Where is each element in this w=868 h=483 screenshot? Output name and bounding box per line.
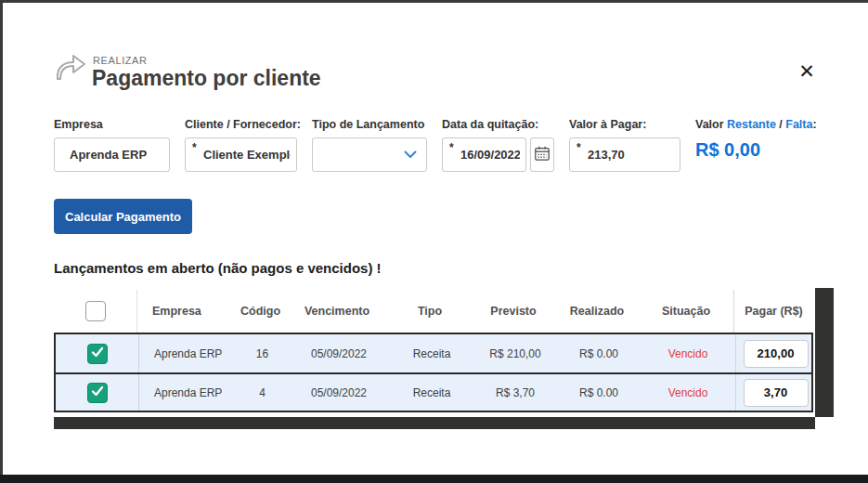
valor-pagar-label: Valor à Pagar: bbox=[569, 118, 680, 131]
empresa-field: Empresa bbox=[54, 118, 170, 172]
tipo-lancamento-field: Tipo de Lançamento bbox=[312, 118, 427, 172]
header-pagar: Pagar (R$) bbox=[733, 290, 813, 333]
header-previsto: Previsto bbox=[472, 290, 555, 333]
pagar-input[interactable] bbox=[744, 379, 809, 407]
header-tipo: Tipo bbox=[388, 290, 472, 333]
table-row: Aprenda ERP 4 05/09/2022 Receita R$ 3,70… bbox=[56, 372, 811, 411]
calcular-pagamento-button[interactable]: Calcular Pagamento bbox=[54, 199, 192, 234]
restante-link[interactable]: Restante bbox=[727, 118, 776, 131]
modal-kicker: REALIZAR bbox=[93, 55, 148, 66]
cell-tipo: Receita bbox=[390, 334, 473, 372]
select-all-checkbox[interactable] bbox=[85, 301, 106, 321]
tipo-lancamento-label: Tipo de Lançamento bbox=[312, 118, 427, 131]
data-quitacao-label: Data da quitação: bbox=[442, 118, 554, 131]
falta-link[interactable]: Falta bbox=[785, 118, 812, 131]
header-empresa: Empresa bbox=[137, 290, 235, 333]
pagamento-modal: REALIZAR Pagamento por cliente ✕ Empresa… bbox=[0, 0, 868, 483]
cell-codigo: 4 bbox=[237, 374, 288, 411]
calendar-icon bbox=[534, 145, 551, 164]
close-button[interactable]: ✕ bbox=[790, 56, 823, 87]
data-quitacao-input[interactable] bbox=[442, 137, 526, 172]
window-border-top bbox=[0, 0, 868, 3]
table-header-row: Empresa Código Vencimento Tipo Previsto … bbox=[54, 290, 813, 333]
horizontal-scrollbar[interactable] bbox=[54, 417, 815, 429]
cliente-fornecedor-label: Cliente / Fornecedor: bbox=[185, 118, 297, 131]
header-situacao: Situação bbox=[639, 290, 733, 333]
cliente-fornecedor-field: Cliente / Fornecedor: * bbox=[185, 118, 297, 172]
window-border-left bbox=[0, 0, 3, 476]
cell-realizado: R$ 0.00 bbox=[557, 334, 641, 372]
section-title: Lançamentos em aberto (não pagos e venci… bbox=[54, 260, 382, 276]
cell-realizado: R$ 0.00 bbox=[557, 374, 641, 411]
data-quitacao-field: Data da quitação: * bbox=[442, 118, 554, 172]
vertical-scrollbar[interactable] bbox=[815, 288, 834, 417]
header-codigo: Código bbox=[235, 290, 286, 333]
required-asterisk: * bbox=[449, 141, 454, 154]
checkmark-icon bbox=[91, 346, 104, 360]
empresa-input[interactable] bbox=[54, 137, 170, 172]
table-body: Aprenda ERP 16 05/09/2022 Receita R$ 210… bbox=[54, 333, 813, 412]
cell-vencimento: 05/09/2022 bbox=[288, 374, 390, 411]
header-vencimento: Vencimento bbox=[286, 290, 388, 333]
cell-previsto: R$ 210,00 bbox=[473, 334, 557, 372]
calendar-button[interactable] bbox=[530, 137, 554, 172]
valor-restante-field: Valor Restante / Falta: R$ 0,00 bbox=[695, 118, 817, 161]
cell-tipo: Receita bbox=[390, 374, 473, 411]
cell-codigo: 16 bbox=[237, 334, 288, 372]
tipo-lancamento-select[interactable] bbox=[312, 137, 427, 172]
pagar-input[interactable] bbox=[744, 340, 809, 368]
valor-pagar-input[interactable] bbox=[569, 137, 680, 172]
cell-situacao: Vencido bbox=[641, 334, 735, 372]
valor-restante-label: Valor Restante / Falta: bbox=[695, 118, 817, 131]
cell-empresa: Aprenda ERP bbox=[139, 374, 237, 411]
row-checkbox[interactable] bbox=[87, 344, 108, 364]
page-title: Pagamento por cliente bbox=[92, 66, 321, 91]
payment-form: Empresa Cliente / Fornecedor: * Tipo de … bbox=[54, 118, 817, 172]
row-checkbox[interactable] bbox=[87, 383, 108, 403]
close-icon: ✕ bbox=[798, 60, 815, 83]
checkmark-icon bbox=[91, 385, 104, 399]
chevron-down-icon bbox=[404, 148, 417, 162]
cell-empresa: Aprenda ERP bbox=[139, 334, 237, 372]
table-row: Aprenda ERP 16 05/09/2022 Receita R$ 210… bbox=[56, 334, 811, 372]
valor-pagar-field: Valor à Pagar: * bbox=[569, 118, 680, 172]
window-border-bottom bbox=[0, 475, 868, 483]
cell-situacao: Vencido bbox=[641, 374, 735, 411]
lancamentos-table: Empresa Código Vencimento Tipo Previsto … bbox=[54, 290, 813, 412]
cell-vencimento: 05/09/2022 bbox=[288, 334, 390, 372]
cliente-input[interactable] bbox=[185, 137, 297, 172]
required-asterisk: * bbox=[577, 141, 581, 154]
forward-arrow-icon bbox=[53, 53, 88, 86]
valor-restante-value: R$ 0,00 bbox=[695, 139, 817, 161]
header-realizado: Realizado bbox=[555, 290, 639, 333]
required-asterisk: * bbox=[192, 141, 197, 154]
cell-previsto: R$ 3,70 bbox=[473, 374, 557, 411]
empresa-label: Empresa bbox=[54, 118, 170, 131]
